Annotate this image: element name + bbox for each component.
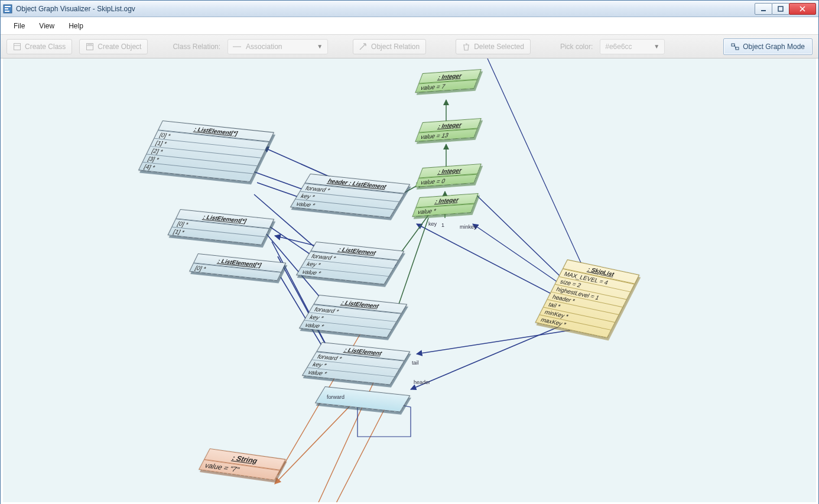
create-class-button[interactable]: Create Class — [6, 39, 72, 54]
edge-label-one: 1 — [441, 222, 444, 228]
mode-label: Object Graph Mode — [743, 43, 805, 51]
svg-rect-1 — [5, 6, 11, 7]
svg-rect-3 — [5, 11, 9, 12]
object-icon — [86, 43, 94, 51]
svg-line-36 — [275, 401, 355, 484]
object-listelement-array-1[interactable]: : ListElement[*] [0] * [1] * — [168, 209, 275, 245]
title-bar: Object Graph Visualizer - SkipList.ogv — [1, 1, 818, 17]
chevron-down-icon: ▼ — [317, 43, 323, 50]
class-icon — [13, 43, 21, 51]
object-skiplist[interactable]: : SkipList MAX_LEVEL = 4 size = 2 highes… — [535, 259, 639, 338]
object-listelement-array-0[interactable]: : ListElement[*] [0] * [1] * [2] * [3] *… — [138, 121, 274, 182]
object-string-0[interactable]: : String value = "7" — [199, 448, 286, 480]
delete-selected-label: Delete Selected — [474, 43, 524, 51]
pick-color-combo[interactable]: #e6e6cc ▼ — [600, 39, 665, 54]
menu-help[interactable]: Help — [61, 18, 90, 34]
svg-rect-4 — [761, 10, 766, 11]
svg-rect-2 — [5, 8, 8, 9]
window-title: Object Graph Visualizer - SkipList.ogv — [16, 5, 755, 13]
graph-viewport[interactable]: : ListElement[*] [0] * [1] * [2] * [3] *… — [1, 58, 818, 504]
svg-line-35 — [396, 218, 428, 313]
object-header-listelement[interactable]: header : ListElement forward * key * val… — [290, 174, 410, 218]
class-relation-label: Class Relation: — [173, 43, 220, 51]
chevron-down-icon: ▼ — [654, 43, 659, 50]
object-integer-2[interactable]: : Integer value = 0 — [415, 164, 481, 187]
mode-icon — [731, 43, 739, 51]
relation-arrow-icon — [359, 43, 368, 51]
create-object-button[interactable]: Create Object — [79, 39, 148, 54]
edge-label-key: key — [428, 221, 437, 227]
delete-selected-button[interactable]: Delete Selected — [456, 39, 531, 54]
edge-label-forward: forward — [327, 394, 344, 400]
object-relation-label: Object Relation — [371, 43, 420, 51]
svg-line-26 — [417, 330, 570, 354]
maximize-button[interactable] — [772, 3, 789, 15]
close-button[interactable] — [789, 3, 816, 15]
svg-rect-13 — [736, 47, 739, 50]
object-integer-1[interactable]: : Integer value = 13 — [415, 118, 481, 142]
create-class-label: Create Class — [25, 43, 66, 51]
menu-view[interactable]: View — [32, 18, 61, 34]
svg-rect-6 — [14, 43, 21, 50]
object-graph-mode-button[interactable]: Object Graph Mode — [723, 38, 812, 55]
menu-file[interactable]: File — [6, 18, 32, 34]
trash-icon — [462, 43, 470, 51]
window-controls — [755, 3, 816, 15]
create-object-label: Create Object — [98, 43, 141, 51]
app-icon — [3, 4, 12, 14]
pick-color-label: Pick color: — [560, 43, 593, 51]
svg-rect-12 — [732, 44, 734, 46]
svg-line-25 — [411, 321, 571, 389]
class-relation-value: Association — [246, 43, 312, 51]
svg-rect-5 — [778, 6, 783, 11]
object-integer-3[interactable]: : Integer value * — [412, 193, 478, 217]
connections-layer — [3, 58, 816, 502]
svg-line-39 — [334, 404, 387, 502]
edge-label-header: header — [414, 379, 430, 385]
minimize-button[interactable] — [755, 3, 772, 15]
pick-color-value: #e6e6cc — [605, 43, 649, 51]
class-relation-combo[interactable]: Association ▼ — [228, 39, 328, 54]
app-window: Object Graph Visualizer - SkipList.ogv F… — [0, 0, 819, 504]
object-relation-button[interactable]: Object Relation — [353, 39, 426, 54]
edge-label-minkey: minkey — [460, 224, 477, 230]
object-listelement-2[interactable]: : ListElement forward * key * value * — [299, 295, 407, 337]
menu-bar: File View Help — [1, 17, 818, 35]
toolbar: Create Class Create Object Class Relatio… — [1, 35, 818, 58]
object-listelement-array-2[interactable]: : ListElement[*] [0] * — [189, 253, 286, 281]
svg-line-14 — [488, 58, 582, 265]
edge-label-tail: tail — [412, 360, 419, 366]
object-integer-0[interactable]: : Integer value = 7 — [415, 69, 481, 93]
object-listelement-1[interactable]: : ListElement forward * key * value * — [296, 242, 404, 284]
association-line-icon — [233, 43, 241, 51]
object-listelement-3[interactable]: : ListElement forward * key * value * — [302, 342, 410, 385]
